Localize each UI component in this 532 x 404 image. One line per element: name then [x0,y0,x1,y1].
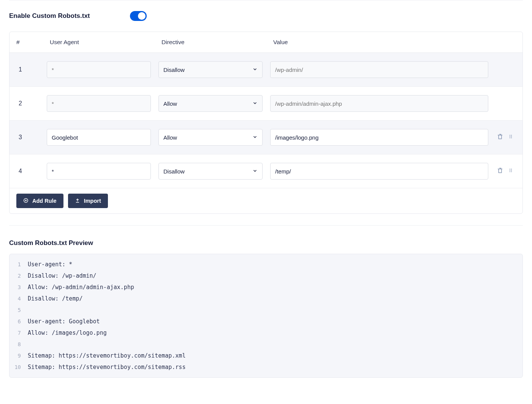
line-text: Sitemap: https://stevemortiboy.com/sitem… [28,361,185,373]
svg-point-4 [510,137,510,138]
col-directive: Directive [155,39,266,46]
value-input [270,95,488,112]
line-text: User-agent: * [28,259,72,270]
row-index: 4 [10,168,43,175]
row-index: 1 [10,66,43,73]
directive-select[interactable]: Disallow [158,61,263,78]
add-rule-button[interactable]: Add Rule [16,194,63,208]
line-number: 10 [10,361,28,373]
enable-toggle[interactable] [130,11,147,21]
trash-icon [497,133,504,142]
line-number: 6 [10,316,28,327]
svg-point-10 [510,171,510,172]
import-label: Import [84,198,101,204]
value-input [270,61,488,78]
preview-line: 5 [10,304,522,316]
preview-line: 4Disallow: /temp/ [10,293,522,304]
line-text: Sitemap: https://stevemortiboy.com/sitem… [28,350,185,361]
line-text: Disallow: /wp-admin/ [28,270,97,282]
user-agent-input [47,61,151,78]
svg-point-1 [511,135,512,136]
rules-table: # User Agent Directive Value 1Disallow2A… [9,32,523,214]
table-row: 2Allow [10,87,522,121]
line-number: 8 [10,339,28,350]
user-agent-input [47,95,151,112]
svg-point-11 [511,171,512,172]
svg-point-0 [510,135,510,136]
user-agent-input[interactable] [47,129,151,146]
line-number: 9 [10,350,28,361]
line-text: Disallow: /temp/ [28,293,83,304]
directive-value: Allow [163,100,177,107]
divider [9,225,523,226]
add-rule-label: Add Rule [32,198,57,204]
col-index: # [10,39,43,46]
svg-point-9 [511,170,512,171]
import-button[interactable]: Import [68,194,108,208]
enable-label: Enable Custom Robots.txt [9,12,130,20]
line-number: 5 [10,304,28,316]
rules-header-row: # User Agent Directive Value [10,32,522,53]
preview-line: 3Allow: /wp-admin/admin-ajax.php [10,282,522,293]
preview-line: 9Sitemap: https://stevemortiboy.com/site… [10,350,522,361]
svg-point-5 [511,137,512,138]
preview-line: 2Disallow: /wp-admin/ [10,270,522,282]
col-value: Value [266,39,492,46]
line-number: 1 [10,259,28,270]
table-row: 1Disallow [10,53,522,87]
drag-handle[interactable] [507,134,514,141]
upload-icon [75,198,80,204]
directive-value: Disallow [163,67,185,73]
svg-point-8 [510,170,510,171]
preview-line: 7Allow: /images/logo.png [10,327,522,339]
line-number: 2 [10,270,28,282]
drag-handle[interactable] [507,168,514,175]
svg-point-3 [511,136,512,137]
preview-pane: 1User-agent: *2Disallow: /wp-admin/3Allo… [9,254,523,378]
preview-line: 1User-agent: * [10,259,522,270]
col-user-agent: User Agent [43,39,155,46]
table-row: 4Disallow [10,154,522,188]
chevron-down-icon [252,100,258,107]
row-index: 2 [10,100,43,107]
delete-button[interactable] [497,134,504,141]
preview-line: 6User-agent: Googlebot [10,316,522,327]
chevron-down-icon [252,67,258,73]
directive-select[interactable]: Allow [158,95,263,112]
line-number: 7 [10,327,28,339]
row-index: 3 [10,134,43,141]
chevron-down-icon [252,134,258,141]
directive-select[interactable]: Allow [158,129,263,146]
grip-icon [508,167,514,175]
preview-line: 8 [10,339,522,350]
value-input[interactable] [270,129,488,146]
divider [9,0,523,0]
line-number: 4 [10,293,28,304]
user-agent-input[interactable] [47,163,151,180]
value-input[interactable] [270,163,488,180]
line-text: Allow: /wp-admin/admin-ajax.php [28,282,134,293]
plus-circle-icon [23,198,28,204]
svg-point-6 [510,169,510,170]
line-text: Allow: /images/logo.png [28,327,107,339]
directive-value: Disallow [163,168,185,175]
table-row: 3Allow [10,121,522,154]
svg-point-7 [511,169,512,170]
preview-line: 10Sitemap: https://stevemortiboy.com/sit… [10,361,522,373]
line-number: 3 [10,282,28,293]
directive-value: Allow [163,134,177,141]
directive-select[interactable]: Disallow [158,163,263,180]
delete-button[interactable] [497,168,504,175]
line-text: User-agent: Googlebot [28,316,100,327]
preview-title: Custom Robots.txt Preview [9,239,523,247]
grip-icon [508,134,514,141]
trash-icon [497,167,504,175]
svg-point-2 [510,136,510,137]
enable-row: Enable Custom Robots.txt [9,11,523,21]
chevron-down-icon [252,168,258,175]
rules-footer: Add Rule Import [10,188,522,213]
